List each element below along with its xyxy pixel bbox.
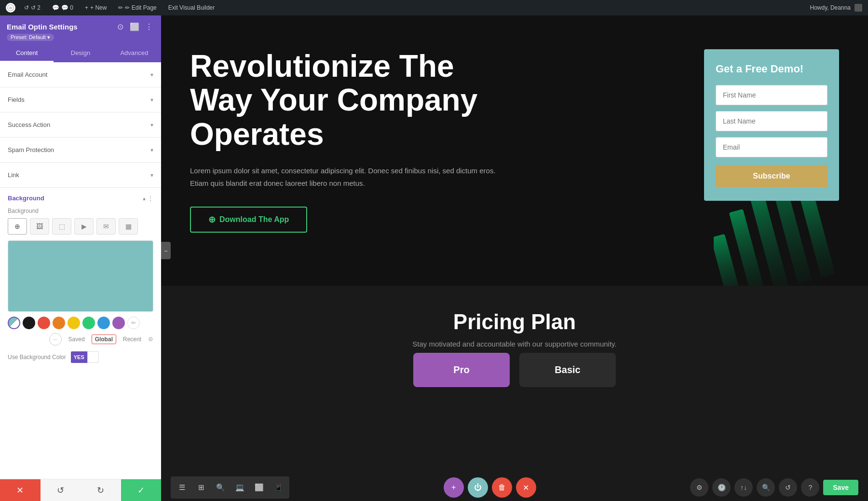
pricing-subtitle: Stay motivated and accountable with our …	[190, 340, 839, 348]
bottom-toolbar: ☰ ⊞ 🔍 💻 ⬜ 📱 + ⏻ 🗑 ✕ ⚙ 🕐 ↑↓ 🔍 ↺ ? Sav	[161, 474, 868, 501]
download-btn-label: Download The App	[219, 215, 289, 224]
save-button[interactable]: Save	[823, 480, 858, 495]
color-tab-saved[interactable]: Saved	[67, 335, 87, 344]
chevron-down-icon-4: ▾	[150, 147, 153, 153]
tr-undo-button[interactable]: ↺	[779, 478, 797, 497]
pencil-icon: ✏	[118, 4, 123, 11]
bg-type-image[interactable]: 🖼	[30, 218, 49, 235]
download-app-button[interactable]: ⊕ Download The App	[190, 207, 307, 233]
main-layout: Email Optin Settings ⊙ ⬜ ⋮ Preset: Defau…	[0, 15, 868, 501]
panel-content: Email Account ▾ Fields ▾ Success Action …	[0, 62, 161, 479]
background-section-title: Background	[8, 195, 44, 202]
email-input[interactable]	[716, 137, 827, 157]
color-pen-icon[interactable]: ✏	[127, 317, 140, 329]
tc-power-button[interactable]: ⏻	[468, 477, 488, 498]
pricing-card-basic: Basic	[519, 353, 616, 387]
color-swatch-red[interactable]	[38, 317, 50, 329]
tr-help-button[interactable]: ?	[801, 478, 819, 497]
tr-search-button[interactable]: 🔍	[757, 478, 775, 497]
chevron-up-icon[interactable]: ▴	[143, 195, 146, 202]
accordion-header-link[interactable]: Link ▾	[0, 163, 161, 187]
undo-button[interactable]: ↺	[41, 479, 81, 501]
preset-row: Preset: Default ▾	[7, 34, 154, 41]
site-refresh[interactable]: ↺ ↺ 2	[21, 0, 43, 15]
tr-settings-button[interactable]: ⚙	[690, 478, 708, 497]
preset-badge[interactable]: Preset: Default ▾	[7, 34, 54, 41]
color-tabs-row: ··· Saved Global Recent ⚙	[8, 333, 153, 346]
panel-settings-icon[interactable]: ⊙	[115, 21, 125, 32]
background-sublabel: Background	[8, 208, 153, 214]
tb-grid-button[interactable]: ⊞	[192, 478, 210, 497]
background-settings-icon[interactable]: ⋮	[148, 195, 153, 202]
download-icon: ⊕	[208, 214, 216, 225]
color-swatch-orange[interactable]	[53, 317, 65, 329]
color-tab-global[interactable]: Global	[92, 334, 116, 344]
tc-add-button[interactable]: +	[444, 477, 464, 498]
chevron-down-icon-3: ▾	[150, 122, 153, 128]
tb-search-button[interactable]: 🔍	[211, 478, 230, 497]
color-swatch-black[interactable]	[23, 317, 35, 329]
panel-more-icon[interactable]: ⋮	[144, 21, 154, 32]
panel-toggle[interactable]: ↔	[161, 242, 171, 259]
color-swatch-blue[interactable]	[97, 317, 110, 329]
tab-advanced[interactable]: Advanced	[108, 45, 161, 62]
redo-button[interactable]: ↻	[81, 479, 121, 501]
tb-desktop-button[interactable]: 💻	[231, 478, 249, 497]
accordion-label-success-action: Success Action	[8, 121, 50, 128]
toolbar-left: ☰ ⊞ 🔍 💻 ⬜ 📱	[171, 476, 289, 499]
tb-hamburger-button[interactable]: ☰	[173, 478, 191, 497]
pricing-title: Pricing Plan	[190, 310, 839, 334]
use-bg-color-row: Use Background Color YES	[8, 351, 153, 363]
refresh-icon: ↺	[24, 4, 29, 11]
pricing-card-pro-title: Pro	[425, 364, 498, 376]
color-swatch-preview[interactable]	[8, 240, 153, 312]
subscribe-button[interactable]: Subscribe	[716, 165, 827, 187]
background-section-icons: ▴ ⋮	[143, 195, 153, 202]
wp-admin-bar: W ↺ ↺ 2 💬 💬 0 + + New ✏ ✏ Edit Page Exit…	[0, 0, 868, 15]
accordion-header-spam-protection[interactable]: Spam Protection ▾	[0, 138, 161, 162]
tb-mobile-button[interactable]: 📱	[269, 478, 287, 497]
color-swatch-yellow[interactable]	[68, 317, 80, 329]
color-picker-eyedropper[interactable]	[8, 317, 20, 329]
tc-delete-button[interactable]: 🗑	[492, 477, 512, 498]
color-tab-settings-icon[interactable]: ⚙	[148, 336, 153, 343]
user-avatar	[854, 4, 862, 12]
panel-footer: ✕ ↺ ↻ ✓	[0, 479, 161, 501]
tr-history-button[interactable]: 🕐	[712, 478, 731, 497]
first-name-input[interactable]	[716, 85, 827, 105]
pricing-card-pro: Pro	[413, 353, 510, 387]
bg-type-mask[interactable]: ▦	[119, 218, 138, 235]
last-name-input[interactable]	[716, 111, 827, 131]
edit-page-link[interactable]: ✏ ✏ Edit Page	[115, 0, 159, 15]
panel-columns-icon[interactable]: ⬜	[129, 21, 140, 32]
yes-toggle[interactable]: YES	[71, 351, 99, 363]
accordion-header-email-account[interactable]: Email Account ▾	[0, 62, 161, 87]
color-swatch-purple[interactable]	[112, 317, 125, 329]
cancel-button[interactable]: ✕	[0, 479, 41, 501]
admin-comments[interactable]: 💬 💬 0	[49, 0, 76, 15]
bg-type-solid[interactable]: ⊕	[8, 218, 27, 235]
pricing-cards-row: Pro Basic	[190, 348, 839, 392]
accordion-label-link: Link	[8, 171, 19, 179]
exit-visual-builder[interactable]: Exit Visual Builder	[165, 0, 218, 15]
use-bg-color-label: Use Background Color	[8, 354, 66, 361]
color-tab-recent[interactable]: Recent	[121, 335, 143, 344]
accordion-header-fields[interactable]: Fields ▾	[0, 87, 161, 112]
right-content: Revolutionize The Way Your Company Opera…	[161, 15, 868, 501]
color-swatch-green[interactable]	[82, 317, 95, 329]
tr-layers-button[interactable]: ↑↓	[734, 478, 753, 497]
bg-type-gradient[interactable]: ⬚	[52, 218, 71, 235]
tab-design[interactable]: Design	[54, 45, 107, 62]
yes-toggle-swatch	[87, 351, 99, 363]
confirm-button[interactable]: ✓	[121, 479, 162, 501]
tc-close-button[interactable]: ✕	[516, 477, 536, 498]
tab-content[interactable]: Content	[0, 45, 54, 62]
accordion-email-account: Email Account ▾	[0, 62, 161, 87]
bg-type-pattern[interactable]: ✉	[96, 218, 116, 235]
tb-tablet-button[interactable]: ⬜	[250, 478, 268, 497]
bg-type-video[interactable]: ▶	[74, 218, 94, 235]
color-more-btn[interactable]: ···	[49, 333, 62, 346]
new-button[interactable]: + + New	[82, 0, 109, 15]
wp-logo-icon[interactable]: W	[6, 3, 15, 13]
accordion-header-success-action[interactable]: Success Action ▾	[0, 112, 161, 137]
